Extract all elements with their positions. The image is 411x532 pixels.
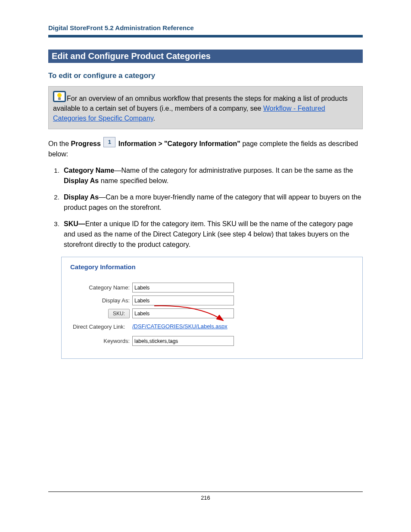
label-sku: SKU: xyxy=(108,309,130,318)
breadcrumb-label: Information > "Category Information" xyxy=(118,140,240,147)
step-text: Enter a unique ID for the category item.… xyxy=(64,220,353,248)
tip-callout: For an overview of an omnibus workflow t… xyxy=(48,86,363,129)
lightbulb-icon xyxy=(53,91,66,102)
form-row-direct-link: Direct Category Link: /DSF/CATEGORIES/SK… xyxy=(68,323,356,330)
intro-pre: On the xyxy=(48,140,71,147)
intro-paragraph: On the Progress 1 Information > "Categor… xyxy=(48,139,363,160)
step-text: Name of the category for administrative … xyxy=(121,167,353,174)
section-title: Edit and Configure Product Categories xyxy=(48,50,363,63)
step-number-icon: 1 xyxy=(103,137,115,147)
step-term: SKU— xyxy=(64,220,85,227)
input-display-as[interactable] xyxy=(132,296,234,305)
input-category-name[interactable] xyxy=(132,283,234,292)
step-item: Category Name—Name of the category for a… xyxy=(61,165,363,186)
form-row-keywords: Keywords: xyxy=(68,336,356,346)
label-category-name: Category Name: xyxy=(68,284,132,291)
form-title: Category Information xyxy=(70,263,356,271)
progress-label: Progress xyxy=(71,140,100,147)
input-keywords[interactable] xyxy=(132,336,234,346)
step-dash: — xyxy=(99,193,106,201)
step-item: Display As—Can be a more buyer-friendly … xyxy=(61,192,363,213)
form-row-category-name: Category Name: xyxy=(68,283,356,292)
category-info-panel: Category Information Category Name: Disp… xyxy=(61,257,363,359)
label-sku-wrap: SKU: xyxy=(68,309,132,318)
step-item: SKU—Enter a unique ID for the category i… xyxy=(61,219,363,250)
steps-list: Category Name—Name of the category for a… xyxy=(52,165,363,250)
step-inner-bold: Display As xyxy=(64,177,99,184)
step-term: Category Name xyxy=(64,167,114,174)
callout-suffix: . xyxy=(153,115,155,122)
form-row-display-as: Display As: xyxy=(68,296,356,305)
step-text-b: name specified below. xyxy=(99,177,168,184)
section-subheading: To edit or configure a category xyxy=(48,72,363,80)
page-number: 216 xyxy=(48,492,363,501)
header-rule xyxy=(48,35,363,37)
label-display-as: Display As: xyxy=(68,297,132,304)
input-sku[interactable] xyxy=(132,308,234,318)
label-direct-link: Direct Category Link: xyxy=(68,323,132,330)
step-term: Display As xyxy=(64,193,99,201)
direct-category-link[interactable]: /DSF/CATEGORIES/SKU/Labels.aspx xyxy=(132,323,227,330)
step-text: Can be a more buyer-friendly name of the… xyxy=(64,193,361,211)
doc-header: Digital StoreFront 5.2 Administration Re… xyxy=(48,24,363,31)
step-dash: — xyxy=(114,167,121,174)
label-keywords: Keywords: xyxy=(68,338,132,344)
form-row-sku: SKU: xyxy=(68,308,356,318)
